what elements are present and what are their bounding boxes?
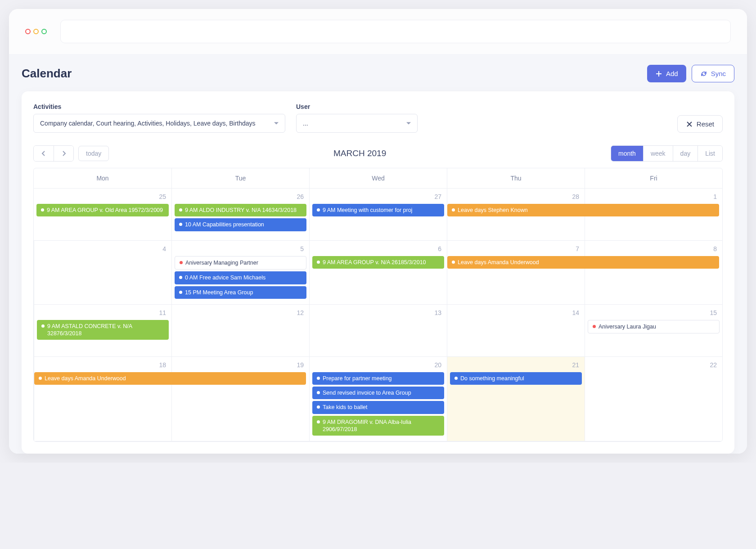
calendar-cell[interactable]: 19 <box>171 357 309 441</box>
calendar-cell[interactable]: 21Do something meaningful <box>447 357 585 441</box>
day-number: 12 <box>175 307 306 320</box>
event-label: Aniversary Laura Jigau <box>598 323 656 330</box>
activities-label: Activities <box>33 103 285 110</box>
event-label: 10 AM Capabilities presentation <box>185 221 264 228</box>
calendar-cell[interactable]: 12 <box>171 305 309 357</box>
calendar-cell[interactable]: 15Aniversary Laura Jigau <box>585 305 722 357</box>
calendar-cell[interactable]: 8 <box>585 241 722 305</box>
activities-filter: Activities Company calendar, Court heari… <box>33 103 285 133</box>
view-day[interactable]: day <box>673 146 698 161</box>
activities-select[interactable]: Company calendar, Court hearing, Activit… <box>33 114 285 133</box>
day-number: 11 <box>37 307 169 320</box>
calendar-toolbar: today MARCH 2019 month week day List <box>33 145 723 162</box>
calendar-event[interactable]: 9 AM DRAGOMIR v. DNA Alba-Iulia 2906/97/… <box>312 416 444 436</box>
day-number: 21 <box>450 360 582 372</box>
event-label: 9 AM ALDO INDUSTRY v. N/A 14634/3/2018 <box>185 207 297 214</box>
event-dot-icon <box>179 291 182 294</box>
calendar-event[interactable]: Aniversary Laura Jigau <box>588 320 720 333</box>
calendar-cell[interactable]: 69 AM AREA GROUP v. N/A 26185/3/2010 <box>309 241 447 305</box>
day-number: 14 <box>450 307 582 320</box>
event-dot-icon <box>317 377 320 380</box>
calendar-event[interactable]: Leave days Amanda Underwood <box>34 372 306 385</box>
calendar-event[interactable]: Leave days Amanda Underwood <box>447 256 719 269</box>
prev-button[interactable] <box>34 146 54 161</box>
event-dot-icon <box>317 261 320 264</box>
reset-button[interactable]: Reset <box>677 115 723 133</box>
day-number: 1 <box>588 191 720 204</box>
nav-group: today <box>33 145 109 162</box>
chevron-right-icon <box>62 151 66 156</box>
next-button[interactable] <box>54 146 73 161</box>
calendar-event[interactable]: 10 AM Capabilities presentation <box>175 218 306 231</box>
event-label: 0 AM Free advice Sam Michaels <box>185 274 266 281</box>
view-list[interactable]: List <box>698 146 722 161</box>
calendar-cell[interactable]: 119 AM ASTALD CONCRETE v. N/A 32876/3/20… <box>34 305 171 357</box>
url-bar[interactable] <box>60 20 731 43</box>
calendar-event[interactable]: 15 PM Meeting Area Group <box>175 286 306 299</box>
calendar-event[interactable]: Do something meaningful <box>450 372 582 385</box>
event-label: 15 PM Meeting Area Group <box>185 289 253 296</box>
day-number: 26 <box>175 191 306 204</box>
sync-button[interactable]: Sync <box>692 65 734 82</box>
user-select[interactable]: ... <box>296 114 418 133</box>
close-window-icon[interactable] <box>25 29 31 34</box>
calendar-event[interactable]: Prepare for partner meeting <box>312 372 444 385</box>
calendar-cell[interactable]: 13 <box>309 305 447 357</box>
user-value: ... <box>303 120 308 127</box>
day-number: 22 <box>588 360 720 372</box>
calendar-cell[interactable]: 20Prepare for partner meetingSend revise… <box>309 357 447 441</box>
day-number: 8 <box>588 243 720 256</box>
calendar-cell[interactable]: 7Leave days Amanda Underwood <box>447 241 585 305</box>
day-number: 18 <box>37 360 169 372</box>
minimize-window-icon[interactable] <box>33 29 39 34</box>
event-dot-icon <box>179 276 182 279</box>
calendar-event[interactable]: 9 AM AREA GROUP v. N/A 26185/3/2010 <box>312 256 444 269</box>
event-dot-icon <box>454 377 458 380</box>
calendar-cell[interactable]: 28Leave days Stephen Known <box>447 189 585 241</box>
calendar-cell[interactable]: 14 <box>447 305 585 357</box>
calendar-title: MARCH 2019 <box>333 148 386 158</box>
user-label: User <box>296 103 418 110</box>
event-label: 9 AM ASTALD CONCRETE v. N/A 32876/3/2018 <box>47 323 164 338</box>
calendar-event[interactable]: Aniversary Managing Partner <box>175 256 306 270</box>
calendar-event[interactable]: 9 AM Meeting with customer for proj <box>312 204 444 216</box>
plus-icon <box>655 70 662 77</box>
calendar-cell[interactable]: 269 AM ALDO INDUSTRY v. N/A 14634/3/2018… <box>171 189 309 241</box>
header-actions: Add Sync <box>647 65 734 82</box>
calendar-event[interactable]: Send revised invoice to Area Group <box>312 387 444 399</box>
view-month[interactable]: month <box>611 146 643 161</box>
calendar-cell[interactable]: 259 AM AREA GROUP v. Old Area 19572/3/20… <box>34 189 171 241</box>
view-week[interactable]: week <box>643 146 673 161</box>
maximize-window-icon[interactable] <box>41 29 47 34</box>
today-button[interactable]: today <box>78 146 109 161</box>
event-label: Leave days Amanda Underwood <box>45 375 126 382</box>
calendar-cell[interactable]: 4 <box>34 241 171 305</box>
event-dot-icon <box>41 208 44 212</box>
calendar-cell[interactable]: 22 <box>585 357 722 441</box>
calendar-cell[interactable]: 18Leave days Amanda Underwood <box>34 357 171 441</box>
calendar-cell[interactable]: 5Aniversary Managing Partner0 AM Free ad… <box>171 241 309 305</box>
calendar-cell[interactable]: 279 AM Meeting with customer for proj <box>309 189 447 241</box>
calendar-event[interactable]: 9 AM ALDO INDUSTRY v. N/A 14634/3/2018 <box>175 204 306 216</box>
calendar-day-header: Wed <box>309 168 447 189</box>
view-switch: month week day List <box>611 145 723 162</box>
day-number: 27 <box>312 191 444 204</box>
event-dot-icon <box>317 391 320 394</box>
day-number: 5 <box>175 243 306 256</box>
event-label: Leave days Amanda Underwood <box>458 259 539 266</box>
user-filter: User ... <box>296 103 418 133</box>
calendar-event[interactable]: 9 AM AREA GROUP v. Old Area 19572/3/2009 <box>36 204 169 216</box>
day-number: 13 <box>312 307 444 320</box>
calendar-event[interactable]: 0 AM Free advice Sam Michaels <box>175 271 306 284</box>
calendar-header-row: MonTueWedThuFri <box>34 168 722 189</box>
add-button[interactable]: Add <box>647 65 686 82</box>
calendar-event[interactable]: Take kids to ballet <box>312 401 444 414</box>
event-dot-icon <box>39 377 42 380</box>
calendar-day-header: Tue <box>171 168 309 189</box>
day-number: 15 <box>588 307 720 320</box>
calendar-event[interactable]: 9 AM ASTALD CONCRETE v. N/A 32876/3/2018 <box>37 320 169 340</box>
event-dot-icon <box>452 261 455 264</box>
event-label: 9 AM Meeting with customer for proj <box>323 207 412 214</box>
calendar-event[interactable]: Leave days Stephen Known <box>447 204 719 216</box>
calendar-day-header: Mon <box>34 168 171 189</box>
